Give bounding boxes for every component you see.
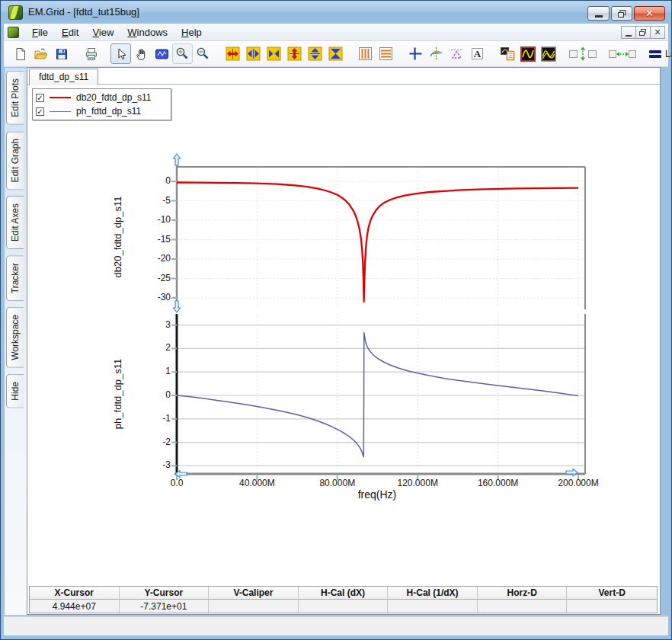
legend-icon	[500, 46, 515, 61]
status-value	[299, 600, 389, 613]
stretch-x-button[interactable]	[222, 43, 243, 64]
align-vertical-icon	[568, 46, 597, 61]
status-column-header: Y-Cursor	[120, 587, 210, 600]
svg-text:A: A	[474, 48, 482, 59]
mdi-close-button[interactable]: ✕	[650, 26, 665, 39]
print-button[interactable]	[81, 43, 101, 64]
mdi-minimize-button[interactable]	[621, 26, 636, 39]
sidebar-tab-tracker[interactable]: Tracker	[6, 255, 24, 301]
menu-bar: FileEditViewWindowsHelp ✕	[4, 24, 668, 41]
show-curves-button[interactable]	[538, 43, 558, 64]
zoom-rect-tool-button[interactable]	[152, 43, 172, 64]
menu-file[interactable]: File	[25, 24, 55, 40]
show-curve-button[interactable]	[517, 43, 538, 64]
legend-line-swatch	[50, 97, 71, 98]
align-horizontal-icon	[608, 46, 637, 61]
compress-y-icon	[328, 46, 343, 61]
compress-y-button[interactable]	[325, 43, 346, 64]
horizontal-lines-icon	[379, 46, 393, 61]
crosshair-icon	[408, 46, 423, 61]
tick-label: 0.0	[142, 478, 211, 488]
title-bar[interactable]: EM.Grid - [fdtd_tut15bug] ✕	[1, 1, 671, 24]
caliper-button[interactable]	[446, 43, 467, 64]
add-text-button[interactable]: A	[467, 43, 488, 64]
sidebar-tabs: Edit PlotsEdit GraphEdit AxesTrackerWork…	[6, 71, 24, 408]
layout-icon	[649, 50, 661, 58]
tick-label: 0	[142, 389, 171, 400]
cursor-status-table: X-CursorY-CursorV-CaliperH-Cal (dX)H-Cal…	[29, 586, 658, 613]
trace-ph_fdtd_dp_s11[interactable]	[177, 333, 578, 457]
close-button[interactable]: ✕	[634, 6, 665, 21]
menu-view[interactable]: View	[85, 24, 120, 40]
sidebar-tab-hide[interactable]: Hide	[6, 374, 24, 408]
bottom-plot-ylabel: ph_fdtd_dp_s11	[112, 337, 124, 451]
app-logo-icon	[8, 5, 23, 20]
stretch-y-button[interactable]	[284, 43, 305, 64]
tick-label: 120.000M	[383, 478, 452, 488]
sidebar-tab-edit-graph[interactable]: Edit Graph	[6, 131, 24, 190]
document-logo-icon[interactable]	[8, 27, 19, 38]
y-axis-top-arrow[interactable]	[174, 154, 181, 165]
pan-tool-button[interactable]	[131, 43, 152, 64]
menu-help[interactable]: Help	[174, 24, 209, 40]
tick-label: -2	[142, 437, 171, 447]
save-button[interactable]	[51, 43, 72, 64]
status-column-header: X-Cursor	[30, 587, 120, 600]
open-file-button[interactable]	[30, 43, 51, 64]
zoom-in-button[interactable]	[172, 43, 193, 64]
plot-canvas[interactable]	[27, 68, 660, 525]
plot-legend[interactable]: ✓db20_fdtd_dp_s11✓ph_fdtd_dp_s11	[32, 88, 171, 120]
zoom-out-icon	[196, 46, 210, 61]
crosshair-button[interactable]	[405, 43, 426, 64]
close-icon: ✕	[645, 8, 654, 19]
zoom-in-icon	[175, 46, 190, 61]
mdi-restore-button[interactable]	[635, 26, 651, 39]
show-curves-icon	[541, 46, 556, 62]
legend-label: db20_fdtd_dp_s11	[76, 92, 152, 103]
trace-db20_fdtd_dp_s11[interactable]	[177, 183, 578, 302]
tick-label: 2	[142, 342, 171, 353]
status-column-header: H-Cal (1/dX)	[388, 587, 478, 600]
horizontal-lines-button[interactable]	[376, 43, 396, 64]
layout-button[interactable]: Layout	[647, 47, 672, 61]
tick-label: 0	[142, 175, 171, 186]
tick-label: -10	[142, 214, 171, 225]
show-curve-icon	[520, 46, 536, 62]
expand-x-button[interactable]	[243, 43, 264, 64]
new-file-button[interactable]	[10, 43, 30, 64]
sidebar-tab-workspace[interactable]: Workspace	[6, 307, 24, 368]
zoom-out-button[interactable]	[193, 43, 213, 64]
compress-x-icon	[267, 46, 281, 61]
sidebar-tab-edit-plots[interactable]: Edit Plots	[6, 71, 24, 125]
tracker-button[interactable]	[426, 43, 446, 64]
select-tool-button[interactable]	[110, 43, 131, 64]
app-window: EM.Grid - [fdtd_tut15bug] ✕ FileEditView…	[0, 0, 672, 640]
minimize-button[interactable]	[587, 6, 610, 21]
expand-y-icon	[308, 46, 322, 61]
legend-checkbox[interactable]: ✓	[36, 94, 44, 102]
y-axis-divider-arrow[interactable]	[174, 301, 181, 312]
legend-button[interactable]	[497, 43, 517, 64]
expand-x-icon	[246, 46, 261, 61]
tick-label: 200.000M	[544, 478, 613, 488]
vertical-lines-button[interactable]	[355, 43, 376, 64]
minimize-icon	[595, 15, 603, 18]
expand-y-button[interactable]	[305, 43, 325, 64]
sidebar-tab-edit-axes[interactable]: Edit Axes	[6, 196, 24, 249]
menu-windows[interactable]: Windows	[120, 24, 174, 40]
status-header-row: X-CursorY-CursorV-CaliperH-Cal (dX)H-Cal…	[30, 587, 657, 600]
restore-button[interactable]	[611, 6, 632, 21]
add-text-icon: A	[470, 46, 485, 61]
legend-checkbox[interactable]: ✓	[36, 107, 44, 116]
align-vertical-button[interactable]	[568, 43, 598, 64]
compress-x-button[interactable]	[264, 43, 284, 64]
restore-icon	[618, 10, 626, 18]
document-tab[interactable]: fdtd_dp_s11	[29, 69, 98, 85]
tick-label: -1	[142, 413, 171, 424]
status-value: 4.944e+07	[30, 600, 120, 613]
caliper-icon	[450, 46, 464, 61]
legend-label: ph_fdtd_dp_s11	[76, 106, 141, 117]
tick-label: -25	[142, 273, 171, 283]
menu-edit[interactable]: Edit	[55, 24, 85, 40]
align-horizontal-button[interactable]	[607, 43, 638, 64]
